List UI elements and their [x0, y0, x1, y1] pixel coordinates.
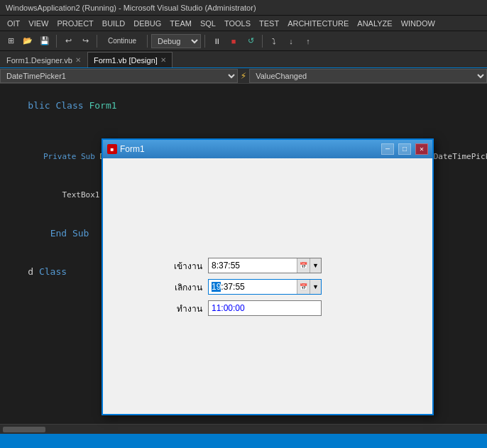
code-line-2: [6, 125, 481, 138]
tab-design-close[interactable]: ✕: [160, 56, 166, 64]
enter-time-down-arrow[interactable]: ▼: [310, 258, 321, 273]
label-leave: เลิกงาน: [160, 280, 202, 294]
menu-view[interactable]: VIEW: [24, 18, 53, 29]
code-line-1: blic Class Form1: [6, 87, 481, 125]
leave-time-value: 19:37:55: [209, 282, 297, 292]
leave-time-down-arrow[interactable]: ▼: [310, 280, 321, 294]
form1-body: เข้างาน 8:37:55 📅 ▼ เลิกงาน 19:37:55 📅 ▼: [103, 158, 432, 414]
horizontal-scrollbar[interactable]: [0, 424, 487, 434]
menu-test[interactable]: TEST: [255, 18, 283, 29]
form1-icon: ■: [107, 144, 117, 154]
menu-team[interactable]: TEAM: [165, 18, 196, 29]
toolbar-pause[interactable]: ⏸: [209, 33, 224, 49]
toolbar-save[interactable]: 💾: [37, 33, 53, 49]
title-bar: WindowsApplication2 (Running) - Microsof…: [0, 0, 487, 16]
menu-project[interactable]: PROJECT: [53, 18, 97, 29]
scrollbar-thumb[interactable]: [3, 427, 45, 432]
leave-time-selected-part: 19: [212, 282, 221, 292]
form1-titlebar: ■ Form1 ─ □ ✕: [103, 140, 432, 158]
toolbar-stepout[interactable]: ↑: [300, 33, 316, 49]
form-controls: เข้างาน 8:37:55 📅 ▼ เลิกงาน 19:37:55 📅 ▼: [160, 258, 322, 322]
toolbar-sep4: [204, 35, 205, 48]
toolbar-undo[interactable]: ↩: [60, 33, 76, 49]
form1-minimize-btn[interactable]: ─: [381, 143, 394, 155]
toolbar-sep3: [147, 35, 148, 48]
menu-build[interactable]: BUILD: [98, 18, 129, 29]
work-time-value: 11:00:00: [212, 303, 245, 313]
class-dropdown[interactable]: DateTimePicker1: [0, 69, 238, 83]
form1-icon-text: ■: [111, 146, 114, 153]
work-time-display: 11:00:00: [208, 300, 322, 316]
leave-time-calendar-btn[interactable]: 📅: [297, 280, 310, 294]
menu-window[interactable]: WINDOW: [397, 18, 439, 29]
row-enter-time: เข้างาน 8:37:55 📅 ▼: [160, 258, 322, 273]
leave-time-picker[interactable]: 19:37:55 📅 ▼: [208, 279, 322, 295]
menu-architecture[interactable]: ARCHITECTURE: [283, 18, 353, 29]
form1-window[interactable]: ■ Form1 ─ □ ✕ เข้างาน 8:37:55 📅 ▼ เลิกงา…: [102, 138, 434, 415]
tab-design-label: Form1.vb [Design]: [94, 56, 158, 65]
label-work: ทำงาน: [160, 302, 202, 315]
toolbar: ⊞ 📂 💾 ↩ ↪ Continue Debug ⏸ ■ ↺ ⤵ ↓ ↑: [0, 31, 487, 51]
enter-time-calendar-btn[interactable]: 📅: [297, 258, 310, 273]
tab-bar: Form1.Designer.vb ✕ Form1.vb [Design] ✕: [0, 51, 487, 68]
menu-tools[interactable]: TOOLS: [220, 18, 255, 29]
menu-oit[interactable]: OIT: [3, 18, 24, 29]
form1-close-btn[interactable]: ✕: [415, 143, 428, 155]
toolbar-redo[interactable]: ↪: [77, 33, 93, 49]
row-leave-time: เลิกงาน 19:37:55 📅 ▼: [160, 279, 322, 295]
menu-debug[interactable]: DEBUG: [129, 18, 165, 29]
toolbar-continue[interactable]: Continue: [101, 33, 143, 49]
status-bar: [0, 434, 487, 448]
form1-title: Form1: [120, 144, 377, 154]
tab-designer-label: Form1.Designer.vb: [6, 56, 72, 65]
menu-analyze[interactable]: ANALYZE: [353, 18, 396, 29]
tab-designer[interactable]: Form1.Designer.vb ✕: [0, 52, 87, 67]
dropdown-bar: DateTimePicker1 ⚡ ValueChanged: [0, 68, 487, 84]
debug-mode-select[interactable]: Debug: [151, 34, 201, 48]
toolbar-sep2: [97, 35, 97, 48]
tab-designer-close[interactable]: ✕: [75, 56, 81, 64]
toolbar-stepinto[interactable]: ↓: [283, 33, 299, 49]
label-enter: เข้างาน: [160, 259, 202, 273]
toolbar-new[interactable]: ⊞: [3, 33, 18, 49]
toolbar-sep1: [56, 35, 57, 48]
toolbar-stop[interactable]: ■: [226, 33, 241, 49]
toolbar-open[interactable]: 📂: [20, 33, 35, 49]
toolbar-stepover[interactable]: ⤵: [266, 33, 282, 49]
enter-time-picker[interactable]: 8:37:55 📅 ▼: [208, 258, 322, 273]
toolbar-sep5: [262, 35, 263, 48]
title-text: WindowsApplication2 (Running) - Microsof…: [6, 4, 256, 12]
tab-design[interactable]: Form1.vb [Design] ✕: [87, 52, 173, 67]
method-dropdown[interactable]: ValueChanged: [249, 69, 487, 83]
row-work-time: ทำงาน 11:00:00: [160, 300, 322, 316]
toolbar-restart[interactable]: ↺: [243, 33, 258, 49]
menu-sql[interactable]: SQL: [196, 18, 220, 29]
menu-bar: OIT VIEW PROJECT BUILD DEBUG TEAM SQL TO…: [0, 16, 487, 31]
enter-time-value: 8:37:55: [209, 261, 297, 271]
form1-maximize-btn[interactable]: □: [398, 143, 411, 155]
lightning-icon: ⚡: [238, 70, 249, 82]
